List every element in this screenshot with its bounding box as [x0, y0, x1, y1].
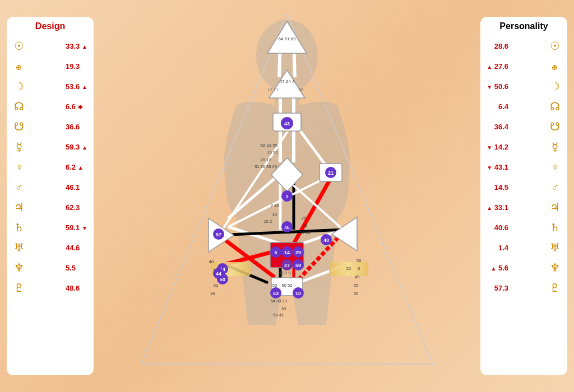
gate-label-14: 14: [284, 250, 290, 255]
saturn-value-design: 59.1 ▼: [66, 223, 88, 232]
design-row-node: ☊ 6.6 ✱: [10, 96, 90, 116]
moon-symbol-design: ☽: [12, 80, 26, 93]
earth-value-design: 19.3: [66, 62, 88, 71]
root-numbers: 60 52: [282, 283, 293, 288]
neptune-symbol-design: ♆: [12, 261, 26, 274]
snode-symbol-design: ☋: [12, 120, 26, 133]
throat-left-numbers: 62 23 56: [260, 143, 278, 148]
gate-label-40: 40: [323, 237, 329, 243]
personality-row-earth: 🜨 ▲ 27.6: [484, 56, 564, 76]
head-numbers: 64 61 63: [278, 36, 296, 41]
node-value-design: 6.6 ✱: [66, 102, 88, 111]
design-panel: Design ☉ 33.3 ▲ 🜨 19.3 ☽ 53.6 ▲ ☊ 6.6 ✱ …: [7, 17, 94, 375]
personality-row-mars: ♂ 14.5: [484, 177, 564, 197]
mars-symbol-design: ♂: [12, 181, 26, 194]
solar-right-numbers: 36: [357, 258, 361, 263]
snode-symbol-personality: ☋: [548, 120, 562, 133]
design-row-mercury: ☿ 59.3 ▲: [10, 137, 90, 157]
design-row-jupiter: ♃ 62.3: [10, 197, 90, 217]
design-row-uranus: ♅ 44.6: [10, 237, 90, 258]
solar-extra: 22: [346, 266, 351, 271]
mars-symbol-personality: ♂: [548, 181, 562, 194]
mercury-value-design: 59.3 ▲: [66, 143, 88, 151]
personality-row-neptune: ♆ ▲ 5.6: [484, 258, 564, 278]
pluto-value-personality: 57.3: [486, 284, 508, 292]
numbers-sacral-right2: 21: [303, 223, 307, 228]
pluto-symbol-personality: ♇: [548, 281, 562, 295]
design-row-neptune: ♆ 5.5: [10, 258, 90, 278]
pluto-value-design: 48.6: [66, 284, 88, 292]
gate-label-27: 27: [284, 263, 290, 268]
numbers-g-below: 7 13: [271, 203, 279, 208]
saturn-symbol-personality: ♄: [548, 221, 562, 234]
gate-label-4b: 4b: [284, 225, 289, 230]
gate-label-57: 57: [216, 232, 221, 237]
ajna-numbers: 47 24 4: [280, 79, 295, 84]
sun-value-design: 33.3 ▲: [66, 42, 88, 50]
below-root2: 39: [281, 306, 286, 311]
node-symbol-design: ☊: [12, 100, 26, 113]
design-row-saturn: ♄ 59.1 ▼: [10, 217, 90, 237]
personality-title: Personality: [499, 21, 548, 31]
mercury-symbol-personality: ☿: [548, 140, 562, 153]
moon-value-design: 53.6 ▲: [66, 82, 88, 91]
node-symbol-personality: ☊: [548, 100, 562, 113]
bodygraph-svg: 64 61 63 47 24 4 12 11 35 43 62 23 56 16…: [124, 11, 450, 381]
gate-label-44: 44: [216, 271, 221, 277]
venus-value-design: 6.2 ▲: [66, 163, 88, 171]
solar-numbers3: 49: [355, 274, 359, 279]
numbers-sacral-left: 15 2: [264, 219, 272, 224]
gate-label-43: 43: [284, 121, 290, 127]
below-root3: 58 41: [274, 312, 284, 318]
sacral-bottom-numbers: 42 3 9: [279, 270, 291, 276]
root-left-numbers: 53: [272, 283, 277, 288]
numbers-g-below2: 10: [272, 212, 277, 217]
gate-label-21: 21: [328, 170, 334, 176]
sun-symbol-personality: ☉: [548, 39, 562, 53]
numbers-left-g: 20 12: [261, 157, 271, 162]
below-root1: 54 38 39: [270, 298, 286, 304]
design-row-sun: ☉ 33.3 ▲: [10, 36, 90, 56]
mercury-symbol-design: ☿: [12, 140, 26, 153]
jupiter-symbol-personality: ♃: [548, 200, 562, 214]
solar-numbers4: 55: [354, 283, 358, 288]
spleen-left-numbers: 40: [209, 259, 214, 264]
moon-symbol-personality: ☽: [548, 80, 562, 93]
pluto-symbol-design: ♇: [12, 281, 26, 295]
mercury-value-personality: ▼ 14.2: [486, 143, 508, 151]
design-row-earth: 🜨 19.3: [10, 56, 90, 76]
gate-label-5: 5: [274, 250, 277, 255]
gate-label-1: 1: [285, 194, 288, 199]
earth-symbol-design: 🜨: [12, 60, 26, 73]
design-row-venus: ♀ 6.2 ▲: [10, 157, 90, 177]
personality-row-node: ☊ 6.4: [484, 96, 564, 116]
personality-row-saturn: ♄ 40.6: [484, 217, 564, 237]
uranus-value-personality: 1.4: [486, 244, 508, 252]
saturn-value-personality: 40.6: [486, 223, 508, 232]
numbers-sacral-right3: 51 26: [300, 230, 311, 235]
main-container: Design ☉ 33.3 ▲ 🜨 19.3 ☽ 53.6 ▲ ☊ 6.6 ✱ …: [7, 6, 567, 386]
uranus-symbol-personality: ♅: [548, 241, 562, 254]
design-row-pluto: ♇ 48.6: [10, 278, 90, 298]
bodygraph-area: 64 61 63 47 24 4 12 11 35 43 62 23 56 16…: [94, 6, 480, 386]
jupiter-value-personality: ▲ 33.1: [486, 203, 508, 212]
spleen-numbers4: 18: [210, 291, 215, 296]
node-value-personality: 6.4: [486, 102, 508, 111]
jupiter-symbol-design: ♃: [12, 200, 26, 214]
moon-value-personality: ▼ 50.6: [486, 82, 508, 91]
venus-value-personality: ▼ 43.1: [486, 163, 508, 171]
neptune-value-personality: ▲ 5.6: [486, 264, 508, 272]
uranus-symbol-design: ♅: [12, 241, 26, 254]
sun-symbol-design: ☉: [12, 39, 26, 53]
gate-label-29: 29: [295, 250, 301, 255]
personality-row-sun: ☉ 28.6: [484, 36, 564, 56]
gate-label-root1: 53: [273, 291, 279, 296]
saturn-symbol-design: ♄: [12, 221, 26, 234]
ajna-line2: 35: [299, 87, 303, 92]
earth-symbol-personality: 🜨: [548, 60, 562, 73]
design-title: Design: [35, 21, 65, 31]
uranus-value-design: 44.6: [66, 244, 88, 252]
personality-row-pluto: ♇ 57.3: [484, 278, 564, 298]
sun-value-personality: 28.6: [486, 42, 508, 50]
neptune-symbol-personality: ♆: [548, 261, 562, 274]
